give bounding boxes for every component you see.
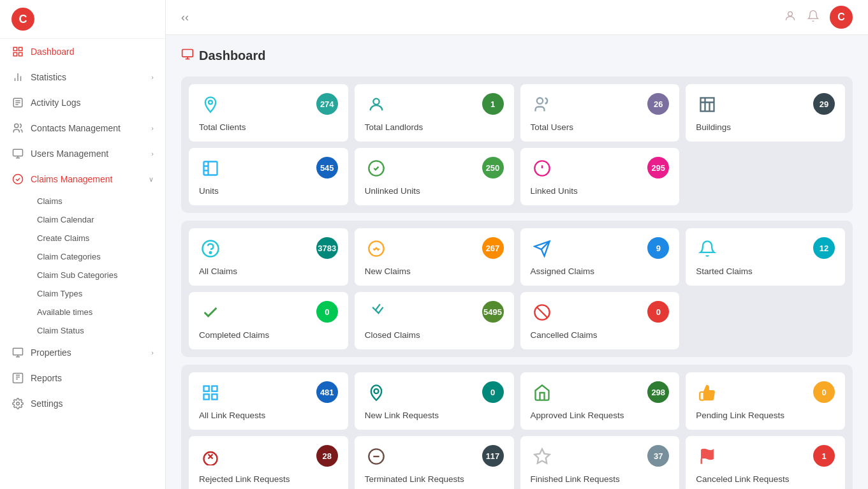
- card-top: 0: [365, 381, 504, 404]
- finished-link-requests-label: Finished Link Requests: [531, 474, 670, 484]
- profile-icon[interactable]: [784, 10, 797, 26]
- card-rejected-link-requests[interactable]: 28 Rejected Link Requests: [189, 436, 348, 489]
- sidebar-item-claim-calendar[interactable]: Claim Calendar: [31, 210, 165, 229]
- page-title-text: Dashboard: [199, 48, 265, 63]
- sidebar-item-activity-logs[interactable]: Activity Logs: [0, 90, 165, 115]
- canceled-link-requests-badge: 1: [813, 445, 835, 467]
- sidebar-item-properties[interactable]: Properties ›: [0, 340, 165, 365]
- sidebar-item-statistics[interactable]: Statistics ›: [0, 64, 165, 90]
- svg-rect-42: [204, 386, 209, 391]
- collapse-sidebar-button[interactable]: ‹‹: [181, 11, 189, 24]
- card-total-landlords[interactable]: 1 Total Landlords: [355, 84, 514, 142]
- card-top: 117: [365, 445, 504, 468]
- sidebar-item-available-times[interactable]: Available times: [31, 303, 165, 321]
- started-claims-icon: [696, 237, 719, 260]
- card-started-claims[interactable]: 12 Started Claims: [686, 228, 845, 286]
- card-total-users[interactable]: 26 Total Users: [520, 84, 680, 142]
- svg-point-46: [374, 389, 378, 393]
- stats-grid-claims: 3783 All Claims 267 New Claims: [189, 228, 845, 349]
- sidebar-item-claim-categories[interactable]: Claim Categories: [31, 247, 165, 266]
- dashboard-icon: [11, 45, 24, 58]
- linked-units-icon: [531, 157, 554, 180]
- card-new-claims[interactable]: 267 New Claims: [355, 228, 514, 286]
- card-all-link-requests[interactable]: 481 All Link Requests: [189, 372, 348, 430]
- linked-units-label: Linked Units: [531, 186, 670, 196]
- notification-icon[interactable]: [807, 10, 820, 26]
- linked-units-badge: 295: [647, 157, 669, 179]
- svg-point-35: [210, 252, 212, 254]
- rejected-link-requests-badge: 28: [316, 445, 338, 467]
- all-claims-badge: 3783: [316, 237, 338, 259]
- card-finished-link-requests[interactable]: 37 Finished Link Requests: [520, 436, 680, 489]
- unlinked-units-badge: 250: [482, 157, 504, 179]
- card-approved-link-requests[interactable]: 298 Approved Link Requests: [520, 372, 680, 430]
- card-buildings[interactable]: 29 Buildings: [686, 84, 845, 142]
- sidebar-item-claims-management[interactable]: Claims Management ∨: [0, 166, 165, 192]
- card-top: 481: [199, 381, 338, 404]
- terminated-link-requests-badge: 117: [482, 445, 504, 467]
- reports-icon: [11, 372, 24, 384]
- sidebar-item-claim-status[interactable]: Claim Status: [31, 321, 165, 340]
- sidebar-item-claim-types-label: Claim Types: [37, 289, 82, 298]
- new-claims-icon: [365, 237, 388, 260]
- page-title-icon: [181, 48, 194, 64]
- card-new-link-requests[interactable]: 0 New Link Requests: [355, 372, 514, 430]
- card-all-claims[interactable]: 3783 All Claims: [189, 228, 348, 286]
- sidebar-item-reports[interactable]: Reports: [0, 365, 165, 391]
- sidebar-item-create-claims[interactable]: Create Claims: [31, 229, 165, 247]
- user-avatar[interactable]: C: [830, 6, 853, 29]
- card-top: 545: [199, 157, 338, 180]
- closed-claims-icon: [365, 301, 388, 324]
- sidebar-item-dashboard[interactable]: Dashboard: [0, 39, 165, 64]
- sidebar-item-claim-categories-label: Claim Categories: [37, 252, 101, 261]
- sidebar-item-claims-label: Claims Management: [31, 174, 112, 184]
- sidebar-item-contacts[interactable]: Contacts Management ›: [0, 115, 165, 141]
- card-top: 26: [531, 93, 670, 116]
- total-users-badge: 26: [647, 93, 669, 115]
- card-top: 250: [365, 157, 504, 180]
- svg-rect-43: [212, 386, 217, 391]
- card-linked-units[interactable]: 295 Linked Units: [520, 148, 680, 205]
- svg-point-21: [17, 402, 20, 405]
- sidebar-item-claim-types[interactable]: Claim Types: [31, 284, 165, 303]
- card-terminated-link-requests[interactable]: 117 Terminated Link Requests: [355, 436, 514, 489]
- card-top: 0: [199, 301, 338, 324]
- total-clients-icon: [199, 93, 222, 116]
- sidebar-item-claims[interactable]: Claims: [31, 192, 165, 210]
- card-completed-claims[interactable]: 0 Completed Claims: [189, 292, 348, 349]
- card-canceled-link-requests[interactable]: 1 Canceled Link Requests: [686, 436, 845, 489]
- new-link-requests-icon: [365, 381, 388, 404]
- svg-point-22: [788, 11, 793, 16]
- card-top: 0: [696, 381, 835, 404]
- svg-rect-3: [19, 53, 22, 56]
- card-total-clients[interactable]: 274 Total Clients: [189, 84, 348, 142]
- sidebar-logo: C: [0, 0, 165, 39]
- sidebar-item-settings-label: Settings: [31, 398, 63, 409]
- card-closed-claims[interactable]: 5495 Closed Claims: [355, 292, 514, 349]
- card-top: 298: [531, 381, 670, 404]
- contacts-arrow: ›: [151, 124, 154, 132]
- svg-rect-12: [13, 149, 23, 156]
- sidebar-item-users[interactable]: Users Management ›: [0, 141, 165, 166]
- buildings-badge: 29: [813, 93, 835, 115]
- all-link-requests-icon: [199, 381, 222, 404]
- card-top: 267: [365, 237, 504, 260]
- started-claims-label: Started Claims: [696, 266, 835, 276]
- card-top: 5495: [365, 301, 504, 324]
- card-assigned-claims[interactable]: 9 Assigned Claims: [520, 228, 680, 286]
- units-badge: 545: [316, 157, 338, 179]
- card-top: 1: [696, 445, 835, 468]
- sidebar-item-properties-label: Properties: [31, 347, 71, 358]
- main-area: ‹‹ C Dashboard: [166, 0, 868, 489]
- sidebar-item-contacts-label: Contacts Management: [31, 123, 121, 133]
- card-pending-link-requests[interactable]: 0 Pending Link Requests: [686, 372, 845, 430]
- assigned-claims-badge: 9: [647, 237, 669, 259]
- sidebar-item-claim-sub-categories[interactable]: Claim Sub Categories: [31, 266, 165, 284]
- sidebar-item-settings[interactable]: Settings: [0, 391, 165, 416]
- card-units[interactable]: 545 Units: [189, 148, 348, 205]
- card-unlinked-units[interactable]: 250 Unlinked Units: [355, 148, 514, 205]
- svg-rect-2: [13, 53, 17, 56]
- card-cancelled-claims[interactable]: 0 Cancelled Claims: [520, 292, 680, 349]
- completed-claims-label: Completed Claims: [199, 330, 338, 340]
- completed-claims-icon: [199, 301, 222, 324]
